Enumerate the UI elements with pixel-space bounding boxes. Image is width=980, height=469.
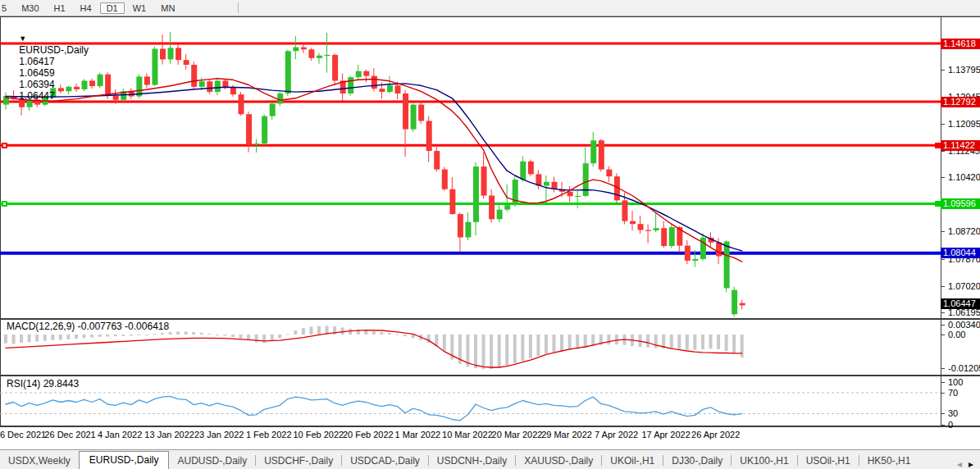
price-axis-tick bbox=[941, 177, 945, 178]
timeframe-h4[interactable]: H4 bbox=[74, 2, 98, 14]
tab-hk50-h1[interactable]: HK50-,H1 bbox=[859, 453, 919, 469]
rsi-pane-canvas[interactable] bbox=[0, 376, 941, 426]
ohlc-close: 1.06447 bbox=[19, 90, 54, 102]
symbol-tab-bar: USDX,WeeklyEURUSD-,DailyAUDUSD-,DailyUSD… bbox=[0, 449, 980, 469]
price-level-badge[interactable]: 1.12792 bbox=[941, 97, 980, 107]
date-label: 10 Mar 2022 bbox=[442, 430, 493, 439]
price-chart-canvas[interactable] bbox=[0, 17, 941, 318]
macd-axis-tick bbox=[941, 325, 945, 326]
price-axis-label: 1.13795 bbox=[948, 65, 980, 75]
macd-label: MACD(12,26,9) -0.007763 -0.006418 bbox=[7, 321, 169, 332]
rsi-axis-tick bbox=[941, 425, 945, 426]
tab-audusd-daily[interactable]: AUDUSD-,Daily bbox=[169, 453, 255, 469]
chart-menu-icon[interactable]: ▼ bbox=[19, 34, 26, 43]
ohlc-high: 1.06459 bbox=[19, 67, 54, 79]
price-level-badge[interactable]: 1.09596 bbox=[941, 198, 980, 209]
tab-dj30-daily[interactable]: DJ30-,Daily bbox=[663, 453, 731, 469]
macd-axis-tick bbox=[941, 335, 945, 335]
date-label: 7 Apr 2022 bbox=[595, 430, 638, 439]
current-price-badge: 1.06447 bbox=[941, 298, 980, 309]
rsi-axis-label: 70 bbox=[948, 388, 958, 398]
line-handle-icon[interactable] bbox=[935, 143, 941, 148]
tab-uk100-h1[interactable]: UK100-,H1 bbox=[732, 453, 796, 469]
tab-usdx-weekly[interactable]: USDX,Weekly bbox=[0, 453, 79, 469]
price-axis-tick bbox=[941, 124, 945, 125]
rsi-axis-tick bbox=[941, 393, 945, 394]
macd-axis-tick bbox=[941, 368, 945, 369]
line-handle-icon[interactable] bbox=[2, 201, 7, 207]
line-handle-icon[interactable] bbox=[2, 143, 7, 148]
moving-average-slow bbox=[6, 84, 742, 251]
price-axis-tick bbox=[941, 70, 945, 71]
tab-usdcad-daily[interactable]: USDCAD-,Daily bbox=[342, 453, 428, 469]
tab-eurusd-daily[interactable]: EURUSD-,Daily bbox=[79, 451, 170, 469]
date-label: 20 Mar 2022 bbox=[492, 430, 543, 439]
tab-xauusd-daily[interactable]: XAUUSD-,Daily bbox=[516, 453, 601, 469]
timeframe-w1[interactable]: W1 bbox=[126, 2, 153, 14]
rsi-axis-label: 100 bbox=[948, 377, 963, 387]
timeframe-toolbar: 5M30H1H4D1W1MN bbox=[0, 0, 980, 16]
date-label: 26 Dec 2021 bbox=[44, 430, 95, 439]
rsi-label: RSI(14) 29.8443 bbox=[7, 378, 79, 389]
timeframe-d1[interactable]: D1 bbox=[100, 2, 125, 14]
date-label: 20 Feb 2022 bbox=[343, 430, 394, 439]
tab-usoil-h1[interactable]: USOil-,H1 bbox=[798, 453, 859, 469]
tab-usdchf-daily[interactable]: USDCHF-,Daily bbox=[256, 453, 341, 469]
macd-histogram bbox=[4, 326, 744, 369]
timeframe-m30[interactable]: M30 bbox=[15, 2, 45, 14]
ohlc-open: 1.06417 bbox=[19, 56, 54, 67]
price-level-badge[interactable]: 1.14618 bbox=[941, 39, 980, 49]
price-level-badge[interactable]: 1.08044 bbox=[941, 248, 980, 258]
chart-title: ▼ EURUSD-,Daily 1.06417 1.06459 1.06394 … bbox=[8, 21, 91, 113]
price-axis-label: 1.12095 bbox=[948, 119, 980, 129]
rsi-dates-separator bbox=[0, 426, 980, 427]
price-axis-tick bbox=[941, 286, 945, 287]
date-label: 17 Apr 2022 bbox=[641, 430, 690, 439]
rsi-line bbox=[6, 396, 742, 420]
macd-axis-label: -0.012058 bbox=[948, 363, 980, 373]
date-label: 4 Jan 2022 bbox=[98, 430, 142, 439]
macd-values: -0.007763 -0.006418 bbox=[78, 321, 169, 332]
date-label: 1 Mar 2022 bbox=[395, 430, 441, 439]
date-label: 1 Feb 2022 bbox=[246, 430, 292, 439]
price-axis-tick bbox=[941, 231, 945, 232]
trading-platform-window: 5M30H1H4D1W1MN ▼ EURUSD-,Daily 1.06417 1… bbox=[0, 0, 980, 469]
rsi-axis-tick bbox=[941, 382, 945, 383]
price-level-badge[interactable]: 1.11422 bbox=[941, 140, 980, 151]
line-handle-icon[interactable] bbox=[935, 201, 941, 207]
ohlc-low: 1.06394 bbox=[19, 79, 54, 90]
price-axis-tick bbox=[941, 259, 945, 260]
tab-ukoil-h1[interactable]: UKOil-,H1 bbox=[602, 453, 663, 469]
date-label: 23 Jan 2022 bbox=[194, 430, 244, 439]
date-label: 16 Dec 2021 bbox=[0, 430, 46, 439]
price-axis-tick bbox=[941, 312, 945, 313]
tab-usdcnh-daily[interactable]: USDCNH-,Daily bbox=[429, 453, 515, 469]
rsi-axis-tick bbox=[941, 413, 945, 414]
horizontal-level-lines bbox=[0, 43, 941, 253]
tab-scroll-left-icon[interactable]: ◂ bbox=[957, 458, 962, 469]
price-axis-tick bbox=[941, 151, 945, 152]
timeframe-5[interactable]: 5 bbox=[0, 2, 13, 14]
date-label: 13 Jan 2022 bbox=[144, 430, 194, 439]
rsi-value: 29.8443 bbox=[43, 378, 79, 389]
candlesticks bbox=[3, 32, 745, 316]
date-label: 29 Mar 2022 bbox=[541, 430, 592, 439]
timeframe-h1[interactable]: H1 bbox=[48, 2, 72, 14]
date-label: 10 Feb 2022 bbox=[293, 430, 344, 439]
timeframe-mn[interactable]: MN bbox=[154, 2, 181, 14]
price-axis-label: 1.10420 bbox=[948, 172, 980, 182]
price-axis-border bbox=[941, 17, 941, 426]
date-label: 26 Apr 2022 bbox=[691, 430, 740, 439]
macd-axis-label: 0.003408 bbox=[948, 320, 980, 330]
macd-axis-label: 0.00 bbox=[948, 330, 965, 339]
moving-average-fast bbox=[6, 79, 742, 262]
rsi-axis-label: 0 bbox=[948, 420, 953, 430]
chart-symbol-label: EURUSD-,Daily bbox=[19, 44, 89, 56]
tab-scroll-right-icon[interactable]: ▸ bbox=[969, 458, 973, 469]
price-axis-label: 1.07020 bbox=[948, 281, 980, 291]
rsi-axis-label: 30 bbox=[948, 408, 958, 418]
toolbar-separator bbox=[238, 2, 239, 13]
price-axis-label: 1.08720 bbox=[948, 226, 980, 236]
